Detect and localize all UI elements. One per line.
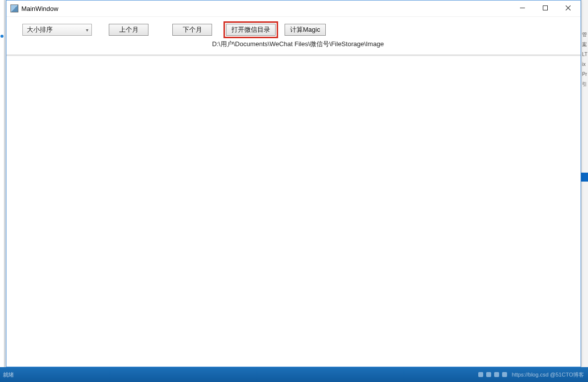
- tray-icon[interactable]: [494, 372, 499, 377]
- taskbar-status: 就绪: [0, 371, 14, 379]
- tray-icon[interactable]: [502, 372, 507, 377]
- svg-rect-0: [543, 6, 548, 10]
- sort-combo-selected: 大小排序: [27, 25, 53, 34]
- path-display: D:\用户\Documents\WeChat Files\微信号\FileSto…: [22, 40, 574, 49]
- calc-magic-button[interactable]: 计算Magic: [285, 24, 326, 36]
- next-month-label: 下个月: [183, 25, 202, 34]
- close-button[interactable]: [557, 0, 580, 15]
- content-area: [6, 56, 581, 367]
- bg-hint: Pr: [582, 69, 588, 79]
- tray-icon[interactable]: [478, 372, 483, 377]
- prev-month-button[interactable]: 上个月: [109, 24, 148, 36]
- taskbar-right-text: https://blog.csd @51CTO博客: [512, 371, 588, 379]
- prev-month-label: 上个月: [119, 25, 139, 34]
- taskbar[interactable]: 就绪 https://blog.csd @51CTO博客: [0, 367, 588, 382]
- desktop: 管 案 LT ix Pr 引 MainWindow: [0, 0, 588, 382]
- maximize-button[interactable]: [534, 0, 557, 15]
- window-controls: [511, 0, 580, 16]
- calc-magic-label: 计算Magic: [290, 25, 320, 34]
- tray-icons[interactable]: [478, 372, 507, 377]
- minimize-icon: [520, 5, 525, 10]
- next-month-button[interactable]: 下个月: [172, 24, 212, 36]
- minimize-button[interactable]: [511, 0, 534, 15]
- open-wechat-dir-button[interactable]: 打开微信目录: [226, 24, 276, 36]
- background-blue-tab: [581, 173, 588, 182]
- window-title: MainWindow: [21, 5, 58, 12]
- app-icon: [10, 4, 18, 12]
- main-window: MainWindow 大小排序 ▾: [6, 0, 581, 367]
- background-indicator-dot: [0, 35, 3, 38]
- sort-combo[interactable]: 大小排序 ▾: [22, 24, 92, 36]
- bg-hint: 管: [582, 30, 588, 40]
- tray-icon[interactable]: [486, 372, 491, 377]
- chevron-down-icon: ▾: [86, 27, 88, 33]
- bg-hint: ix: [582, 60, 588, 69]
- toolbar: 大小排序 ▾ 上个月 下个月 打开微信目录 计算Magic: [6, 17, 581, 52]
- background-left-panel: [0, 0, 4, 367]
- maximize-icon: [543, 5, 548, 10]
- background-right-panel: 管 案 LT ix Pr 引: [581, 0, 588, 367]
- bg-hint: 案: [582, 40, 588, 50]
- titlebar[interactable]: MainWindow: [6, 0, 581, 17]
- bg-hint: 引: [582, 79, 588, 89]
- close-icon: [566, 5, 571, 10]
- open-wechat-dir-label: 打开微信目录: [231, 25, 270, 34]
- bg-hint: LT: [582, 50, 588, 60]
